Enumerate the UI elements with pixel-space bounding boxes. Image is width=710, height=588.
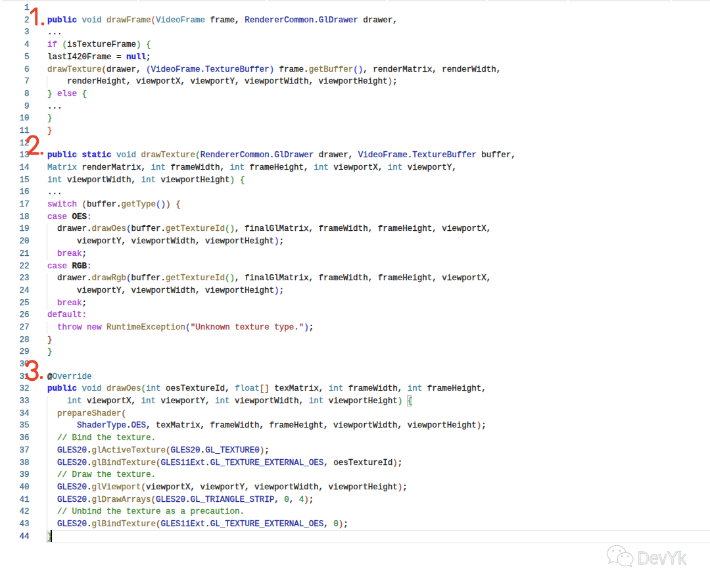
svg-text:DevYk: DevYk (638, 549, 687, 568)
